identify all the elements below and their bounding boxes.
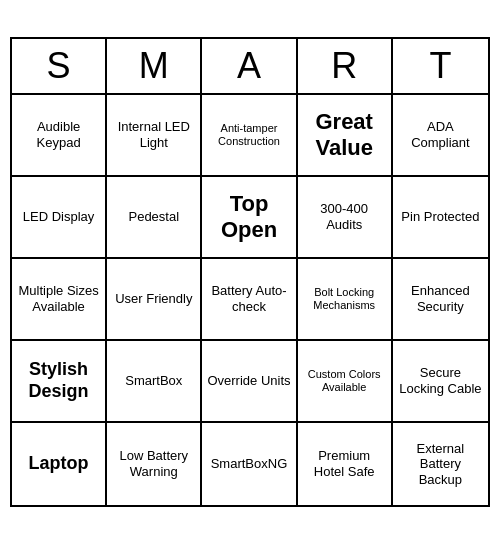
bingo-cell-text-12: Battery Auto-check (206, 283, 291, 314)
bingo-cell-text-18: Custom Colors Available (302, 368, 387, 394)
bingo-cell-text-15: Stylish Design (16, 359, 101, 402)
bingo-cell-23: Premium Hotel Safe (298, 423, 393, 505)
bingo-cell-text-16: SmartBox (125, 373, 182, 389)
bingo-cell-text-8: 300-400 Audits (302, 201, 387, 232)
bingo-header: SMART (12, 39, 488, 95)
bingo-cell-20: Laptop (12, 423, 107, 505)
header-letter-r: R (298, 39, 393, 93)
bingo-card: SMART Audible KeypadInternal LED LightAn… (10, 37, 490, 507)
bingo-cell-6: Pedestal (107, 177, 202, 259)
bingo-cell-text-5: LED Display (23, 209, 95, 225)
bingo-cell-12: Battery Auto-check (202, 259, 297, 341)
bingo-cell-text-7: Top Open (206, 191, 291, 244)
bingo-cell-text-11: User Friendly (115, 291, 192, 307)
bingo-cell-24: External Battery Backup (393, 423, 488, 505)
bingo-cell-text-19: Secure Locking Cable (397, 365, 484, 396)
bingo-cell-10: Multiple Sizes Available (12, 259, 107, 341)
bingo-cell-text-3: Great Value (302, 109, 387, 162)
bingo-cell-17: Override Units (202, 341, 297, 423)
bingo-cell-3: Great Value (298, 95, 393, 177)
bingo-cell-2: Anti-tamper Construction (202, 95, 297, 177)
bingo-cell-21: Low Battery Warning (107, 423, 202, 505)
bingo-cell-14: Enhanced Security (393, 259, 488, 341)
bingo-cell-text-14: Enhanced Security (397, 283, 484, 314)
bingo-cell-1: Internal LED Light (107, 95, 202, 177)
bingo-cell-15: Stylish Design (12, 341, 107, 423)
bingo-grid: Audible KeypadInternal LED LightAnti-tam… (12, 95, 488, 505)
bingo-cell-text-4: ADA Compliant (397, 119, 484, 150)
bingo-cell-text-6: Pedestal (128, 209, 179, 225)
header-letter-s: S (12, 39, 107, 93)
bingo-cell-7: Top Open (202, 177, 297, 259)
bingo-cell-text-1: Internal LED Light (111, 119, 196, 150)
bingo-cell-text-20: Laptop (29, 453, 89, 475)
bingo-cell-11: User Friendly (107, 259, 202, 341)
header-letter-m: M (107, 39, 202, 93)
header-letter-a: A (202, 39, 297, 93)
bingo-cell-text-22: SmartBoxNG (211, 456, 288, 472)
bingo-cell-5: LED Display (12, 177, 107, 259)
bingo-cell-text-13: Bolt Locking Mechanisms (302, 286, 387, 312)
bingo-cell-16: SmartBox (107, 341, 202, 423)
bingo-cell-text-21: Low Battery Warning (111, 448, 196, 479)
bingo-cell-text-17: Override Units (207, 373, 290, 389)
header-letter-t: T (393, 39, 488, 93)
bingo-cell-19: Secure Locking Cable (393, 341, 488, 423)
bingo-cell-text-24: External Battery Backup (397, 441, 484, 488)
bingo-cell-text-2: Anti-tamper Construction (206, 122, 291, 148)
bingo-cell-text-10: Multiple Sizes Available (16, 283, 101, 314)
bingo-cell-text-0: Audible Keypad (16, 119, 101, 150)
bingo-cell-0: Audible Keypad (12, 95, 107, 177)
bingo-cell-18: Custom Colors Available (298, 341, 393, 423)
bingo-cell-13: Bolt Locking Mechanisms (298, 259, 393, 341)
bingo-cell-text-9: Pin Protected (401, 209, 479, 225)
bingo-cell-8: 300-400 Audits (298, 177, 393, 259)
bingo-cell-4: ADA Compliant (393, 95, 488, 177)
bingo-cell-9: Pin Protected (393, 177, 488, 259)
bingo-cell-22: SmartBoxNG (202, 423, 297, 505)
bingo-cell-text-23: Premium Hotel Safe (302, 448, 387, 479)
